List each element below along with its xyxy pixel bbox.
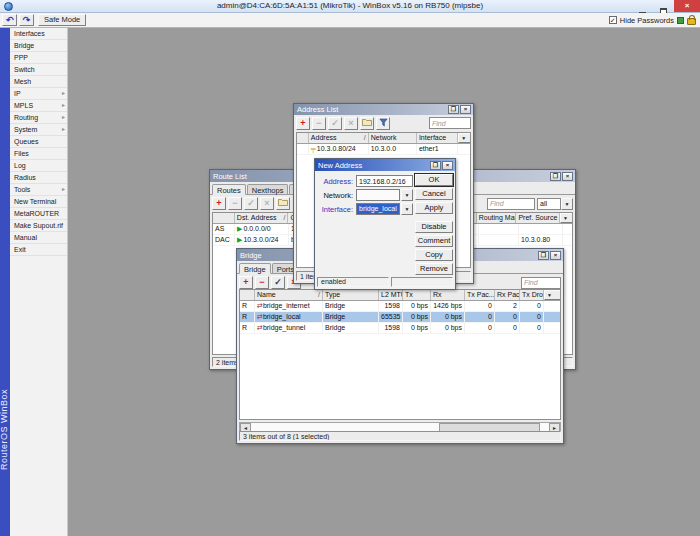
column-options-button[interactable]: ▼ [458,133,470,143]
address-table-header: Address/ Network Interface ▼ [297,133,470,144]
cancel-button[interactable]: Cancel [415,188,453,200]
col-routing-mark[interactable]: Routing Mark [477,213,517,223]
bridge-interface-icon: ⇄ [257,313,262,320]
disable-button[interactable]: Disable [415,221,453,233]
filter-button[interactable] [376,117,390,130]
route-filter-dropdown-button[interactable]: ▼ [561,198,573,210]
sidebar-item-make-supout[interactable]: Make Supout.rif [10,220,67,232]
address-list-restore-button[interactable]: ❒ [448,105,459,114]
disable-button[interactable]: × [344,117,358,130]
ok-button[interactable]: OK [415,174,453,186]
col-tx[interactable]: Tx [403,290,431,300]
enable-button[interactable]: ✓ [244,197,258,210]
add-button[interactable]: + [239,276,253,289]
network-field-combo[interactable] [356,189,400,201]
col-network[interactable]: Network [369,133,417,143]
remove-button[interactable]: − [312,117,326,130]
close-button[interactable]: × [674,0,700,12]
sidebar-item-new-terminal[interactable]: New Terminal [10,196,67,208]
sidebar-item-mpls[interactable]: MPLS▸ [10,100,67,112]
redo-button[interactable]: ↷ [19,14,34,26]
new-address-dialog: New Address ❒ × Address: Network: ▼ Inte… [314,158,456,290]
col-address[interactable]: Address/ [309,133,369,143]
remove-button[interactable]: Remove [415,263,453,275]
sidebar-item-radius[interactable]: Radius [10,172,67,184]
address-find-input[interactable] [429,117,471,129]
sidebar-item-files[interactable]: Files [10,148,67,160]
sidebar-item-switch[interactable]: Switch [10,64,67,76]
network-dropdown-button[interactable]: ▼ [401,189,413,201]
route-find-input[interactable] [487,198,535,210]
column-options-button[interactable]: ▼ [544,290,560,300]
interface-dropdown-button[interactable]: ▼ [401,203,413,215]
enable-button[interactable]: ✓ [328,117,342,130]
bridge-row-selected[interactable]: R ⇄bridge_local Bridge 65535 0 bps 0 bps… [240,312,560,323]
address-row[interactable]: ╤10.3.0.80/24 10.3.0.0 ether1 [297,144,470,155]
col-l2mtu[interactable]: L2 MTU [379,290,403,300]
comment-icon [362,118,372,126]
sidebar-menu: Interfaces Bridge PPP Switch Mesh IP▸ MP… [10,28,68,536]
col-interface[interactable]: Interface [417,133,458,143]
interface-field-combo[interactable]: bridge_local [356,203,400,215]
address-field-input[interactable] [356,175,413,187]
bridge-row[interactable]: R ⇄bridge_internet Bridge 1598 0 bps 142… [240,301,560,312]
col-flags[interactable] [213,213,235,223]
undo-button[interactable]: ↶ [2,14,17,26]
bridge-close-button[interactable]: × [550,251,561,260]
sidebar-item-queues[interactable]: Queues [10,136,67,148]
hide-passwords-checkbox[interactable]: ✓ [609,16,617,24]
route-list-restore-button[interactable]: ❒ [550,172,561,181]
address-list-close-button[interactable]: × [460,105,471,114]
sidebar-item-interfaces[interactable]: Interfaces [10,28,67,40]
sidebar-item-metarouter[interactable]: MetaROUTER [10,208,67,220]
new-address-restore-button[interactable]: ❒ [430,161,441,170]
sidebar-item-exit[interactable]: Exit [10,244,67,256]
tab-nexthops[interactable]: Nexthops [247,184,289,194]
route-filter-select[interactable]: all [537,198,561,210]
apply-button[interactable]: Apply [415,202,453,214]
route-list-close-button[interactable]: × [562,172,573,181]
col-pref-source[interactable]: Pref. Source [516,213,560,223]
col-flags[interactable] [240,290,255,300]
sidebar-item-system[interactable]: System▸ [10,124,67,136]
sort-asc-icon: / [318,290,320,300]
sidebar-item-tools[interactable]: Tools▸ [10,184,67,196]
sidebar-item-ppp[interactable]: PPP [10,52,67,64]
safe-mode-button[interactable]: Safe Mode [38,14,86,26]
remove-button[interactable]: − [255,276,269,289]
col-type[interactable]: Type [323,290,379,300]
minimize-button[interactable] [632,0,653,12]
col-name[interactable]: Name/ [255,290,323,300]
comment-button[interactable] [276,197,290,210]
bridge-row[interactable]: R ⇄bridge_tunnel Bridge 1598 0 bps 0 bps… [240,323,560,334]
col-rx[interactable]: Rx [431,290,465,300]
new-address-close-button[interactable]: × [442,161,453,170]
copy-button[interactable]: Copy [415,249,453,261]
add-button[interactable]: + [296,117,310,130]
col-tx-drops[interactable]: Tx Drops [520,290,544,300]
disable-button[interactable]: × [260,197,274,210]
tab-bridge[interactable]: Bridge [239,263,271,274]
col-flags[interactable] [297,133,309,143]
sidebar-item-log[interactable]: Log [10,160,67,172]
bridge-find-input[interactable] [521,277,561,289]
add-button[interactable]: + [212,197,226,210]
comment-button[interactable]: Comment [415,235,453,247]
enable-button[interactable]: ✓ [271,276,285,289]
chevron-down-icon: ▼ [405,192,410,198]
column-options-button[interactable]: ▼ [560,213,572,223]
sidebar-item-manual[interactable]: Manual [10,232,67,244]
comment-button[interactable] [360,117,374,130]
col-dst-address[interactable]: Dst. Address/ [235,213,289,223]
remove-button[interactable]: − [228,197,242,210]
tab-routes[interactable]: Routes [212,184,246,195]
address-list-titlebar: Address List ❒ × [294,104,473,115]
restore-button[interactable] [653,0,674,12]
sidebar-item-ip[interactable]: IP▸ [10,88,67,100]
col-rx-pac[interactable]: Rx Pac... [495,290,520,300]
sidebar-item-bridge[interactable]: Bridge [10,40,67,52]
sidebar-item-mesh[interactable]: Mesh [10,76,67,88]
col-tx-pac[interactable]: Tx Pac... [465,290,495,300]
bridge-restore-button[interactable]: ❒ [538,251,549,260]
sidebar-item-routing[interactable]: Routing▸ [10,112,67,124]
